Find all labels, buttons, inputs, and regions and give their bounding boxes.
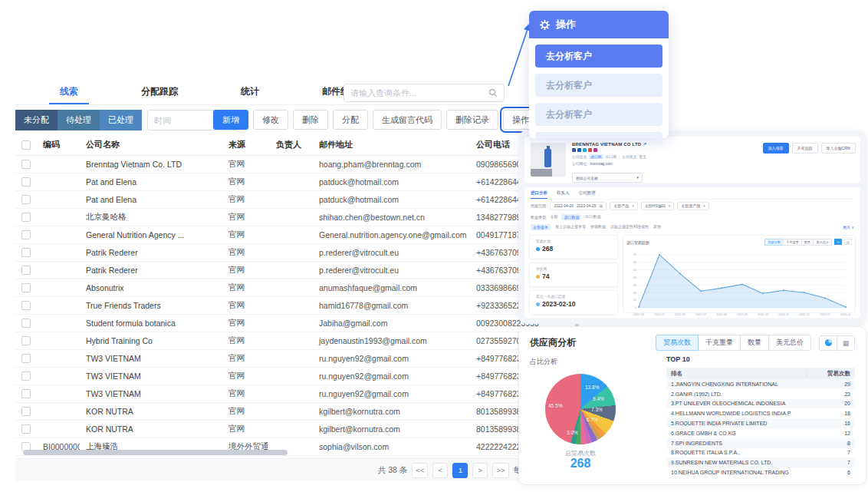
- cell: jaydenaustin1993@gmail.com: [313, 336, 470, 345]
- chart-btn-数量[interactable]: 数量: [801, 239, 814, 246]
- pie-view-button[interactable]: [819, 335, 837, 351]
- metric-buttons: 贸易次数千克重量数量美元总价: [656, 335, 811, 351]
- ops-item[interactable]: 去分析客户: [535, 132, 663, 138]
- ops-item[interactable]: 去分析客户: [535, 103, 663, 126]
- filter-未分配[interactable]: 未分配: [15, 110, 58, 130]
- page-first-button[interactable]: <<: [412, 463, 428, 478]
- chart-btn-千克重量[interactable]: 千克重量: [783, 239, 802, 246]
- expand-toggle[interactable]: 展开 ∨: [843, 225, 854, 229]
- tab-统计[interactable]: 统计: [230, 81, 270, 104]
- metric-贸易次数[interactable]: 贸易次数: [656, 335, 699, 351]
- date-range-input[interactable]: 2022-04-26 2023-04-25 ▦: [550, 202, 607, 210]
- metric-数量[interactable]: 数量: [740, 335, 769, 351]
- row-checkbox-cell: [15, 230, 37, 239]
- type-option-全部[interactable]: 全部: [550, 214, 557, 220]
- bar-view-icon[interactable]: ▥: [844, 239, 852, 245]
- row-checkbox[interactable]: [21, 336, 31, 345]
- ops-item[interactable]: 去分析客户: [535, 74, 663, 97]
- action-删除记录[interactable]: 删除记录: [446, 110, 498, 130]
- twitter-icon[interactable]: [583, 148, 587, 152]
- company-tab-联系人[interactable]: 联系人: [557, 187, 570, 199]
- row-checkbox[interactable]: [21, 248, 31, 257]
- row-checkbox[interactable]: [21, 177, 31, 187]
- stat-card: 供应商74: [529, 263, 618, 287]
- cell: 官网: [222, 371, 270, 381]
- row-checkbox[interactable]: [21, 407, 31, 416]
- row-checkbox[interactable]: [21, 424, 31, 434]
- tab-分配跟踪[interactable]: 分配跟踪: [130, 81, 189, 104]
- cell: shihao.chen@bestown.net.cn: [313, 213, 470, 222]
- date-filter-input[interactable]: [154, 116, 222, 125]
- page-prev-button[interactable]: <: [432, 463, 448, 478]
- select-全部原产国[interactable]: 全部原产国▾: [677, 202, 709, 210]
- action-分配[interactable]: 分配: [333, 110, 368, 130]
- company-button-加入培育[interactable]: 加入培育: [763, 143, 789, 154]
- youtube-icon[interactable]: [588, 148, 592, 152]
- row-checkbox[interactable]: [21, 195, 31, 204]
- cell: 官网: [222, 265, 270, 276]
- chart-btn-贸易次数[interactable]: 贸易次数: [764, 239, 784, 246]
- row-checkbox[interactable]: [21, 230, 31, 239]
- company-button-导入全能CRM[interactable]: 导入全能CRM: [821, 143, 856, 154]
- select-all-checkbox[interactable]: [21, 140, 31, 150]
- row-checkbox[interactable]: [21, 301, 31, 310]
- cell: Pat and Elena: [80, 177, 222, 187]
- action-生成留言代码[interactable]: 生成留言代码: [373, 110, 442, 130]
- search-input[interactable]: [350, 88, 488, 97]
- pie-slice-label: 6.7%: [587, 417, 598, 422]
- page-last-button[interactable]: >>: [492, 463, 508, 478]
- row-checkbox[interactable]: [21, 371, 31, 381]
- filter-待处理[interactable]: 待处理: [58, 110, 100, 130]
- horizontal-scrollbar[interactable]: [23, 450, 288, 455]
- row-checkbox[interactable]: [21, 160, 31, 169]
- select-全部产品[interactable]: 全部产品▾: [610, 202, 638, 210]
- chip-全部提单[interactable]: 全部提单: [531, 224, 551, 230]
- table-row: Absonutrix官网anumashfaque@gmail.com033369…: [15, 279, 580, 297]
- select-全部HS编码[interactable]: 全部HS编码▾: [641, 202, 674, 210]
- table-row: Brenntag Vietnam Co. LTD官网hoang.pham@bre…: [15, 156, 580, 173]
- company-tab-进口分析[interactable]: 进口分析: [531, 187, 547, 199]
- row-checkbox[interactable]: [21, 213, 31, 222]
- similar-company-select[interactable]: 相似公司名称 ▾: [572, 173, 643, 183]
- external-link-icon[interactable]: ↗: [643, 142, 646, 147]
- row-checkbox-cell: [15, 195, 37, 204]
- cell: 官网: [222, 212, 270, 223]
- instagram-icon[interactable]: [593, 148, 597, 152]
- filter-已处理[interactable]: 已处理: [100, 110, 142, 130]
- cell: 官网: [222, 229, 270, 240]
- metric-美元总价[interactable]: 美元总价: [768, 335, 811, 351]
- action-修改[interactable]: 修改: [253, 110, 288, 130]
- type-option-出口数据[interactable]: 出口数据: [585, 214, 600, 220]
- linkedin-icon[interactable]: [577, 148, 581, 152]
- metric-千克重量[interactable]: 千克重量: [698, 335, 741, 351]
- svg-text:20: 20: [633, 291, 637, 295]
- row-checkbox[interactable]: [21, 354, 31, 363]
- page-next-button[interactable]: >: [472, 463, 488, 478]
- chip-拼箱数据[interactable]: 拼箱数据: [590, 224, 606, 230]
- chip-运输之稳定性和连续性[interactable]: 运输之稳定性和连续性: [610, 224, 649, 230]
- chip-其他[interactable]: 其他: [653, 224, 661, 230]
- row-checkbox[interactable]: [21, 283, 31, 292]
- tab-线索[interactable]: 线索: [49, 81, 89, 104]
- row-checkbox[interactable]: [21, 266, 31, 275]
- company-tab-公司图谱[interactable]: 公司图谱: [579, 187, 596, 199]
- row-checkbox-cell: [15, 354, 37, 363]
- chip-海上运输之提单等[interactable]: 海上运输之提单等: [555, 224, 586, 230]
- page-number-button[interactable]: 1: [452, 463, 468, 478]
- company-button-开采追踪[interactable]: 开采追踪: [792, 143, 818, 154]
- stat-dot-icon: [536, 275, 540, 279]
- stat-value: 2023-02-10: [536, 300, 611, 308]
- svg-text:2022-09: 2022-09: [737, 313, 748, 316]
- ops-item[interactable]: 去分析客户: [535, 45, 663, 68]
- action-删除[interactable]: 删除: [293, 110, 328, 130]
- row-checkbox[interactable]: [21, 389, 31, 398]
- row-checkbox[interactable]: [21, 319, 31, 328]
- company-website[interactable]: brenntag.com: [590, 162, 613, 166]
- logo-caption-band: [531, 169, 552, 177]
- table-view-button[interactable]: ▦: [837, 335, 855, 351]
- type-option-进口数据[interactable]: 进口数据: [561, 214, 581, 220]
- facebook-icon[interactable]: [572, 148, 576, 152]
- chart-btn-美元总计[interactable]: 美元总计: [813, 239, 832, 246]
- action-新增[interactable]: 新增: [213, 110, 248, 130]
- line-view-icon[interactable]: 〜: [834, 239, 842, 245]
